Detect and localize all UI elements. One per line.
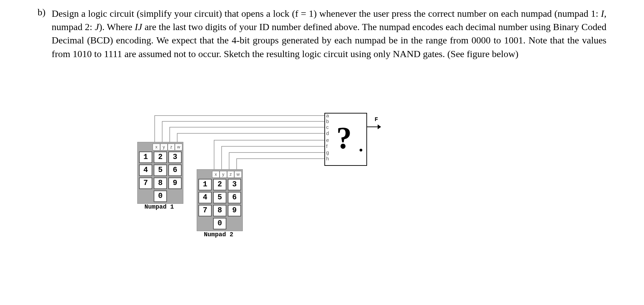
bit-z: z (227, 171, 235, 178)
bit-z: z (168, 144, 175, 150)
pin-f: f (326, 143, 327, 149)
bit-x: x (153, 144, 160, 150)
question-mark-dot (360, 149, 362, 151)
question-text: Design a logic circuit (simplify your ci… (52, 7, 606, 61)
key: 8 (154, 177, 167, 189)
numpad-2-label: Numpad 2 (204, 231, 233, 238)
key: 0 (154, 190, 167, 202)
key: 5 (213, 192, 226, 203)
key: 3 (228, 179, 241, 190)
key: 1 (139, 151, 152, 163)
pin-h: h (326, 156, 329, 161)
numpad-1-label: Numpad 1 (144, 203, 174, 210)
key: 1 (198, 179, 212, 190)
output-wire (367, 127, 379, 127)
key: 5 (154, 164, 167, 176)
key: 2 (154, 151, 167, 163)
question-mark-icon: ? (336, 120, 352, 156)
numpad-2: x y z w 1 2 3 4 5 6 7 8 9 0 (197, 169, 243, 231)
numpad-2-bit-labels: x y z w (212, 171, 242, 178)
pin-d: d (326, 130, 329, 136)
pin-a: a (326, 112, 329, 118)
key: 9 (228, 205, 241, 216)
key: 7 (198, 205, 212, 216)
pin-c: c (326, 124, 329, 130)
pin-e: e (326, 137, 329, 143)
bit-w: w (175, 144, 182, 150)
question-block: b) Design a logic circuit (simplify your… (38, 7, 606, 61)
question-label: b) (38, 7, 45, 61)
pin-g: g (326, 149, 329, 155)
pin-b: b (326, 118, 329, 124)
numpad-2-keys: 1 2 3 4 5 6 7 8 9 0 (198, 179, 241, 229)
key: 4 (139, 164, 152, 176)
bit-y: y (160, 144, 168, 150)
figure: x y z w 1 2 3 4 5 6 7 8 9 0 Numpad 1 x y… (135, 109, 381, 253)
key: 3 (168, 151, 182, 163)
key: 4 (198, 192, 212, 203)
key: 0 (213, 218, 226, 229)
bit-y: y (220, 171, 227, 178)
key: 8 (213, 205, 226, 216)
numpad-1: x y z w 1 2 3 4 5 6 7 8 9 0 (137, 142, 183, 204)
numpad-1-keys: 1 2 3 4 5 6 7 8 9 0 (139, 151, 182, 202)
key: 6 (228, 192, 241, 203)
output-label: F (375, 116, 378, 123)
numpad-1-bit-labels: x y z w (153, 144, 182, 150)
key: 7 (139, 177, 152, 189)
bit-x: x (212, 171, 220, 178)
bit-w: w (234, 171, 242, 178)
key: 9 (168, 177, 182, 189)
output-arrow-icon (378, 124, 381, 129)
key: 2 (213, 179, 226, 190)
key: 6 (168, 164, 182, 176)
